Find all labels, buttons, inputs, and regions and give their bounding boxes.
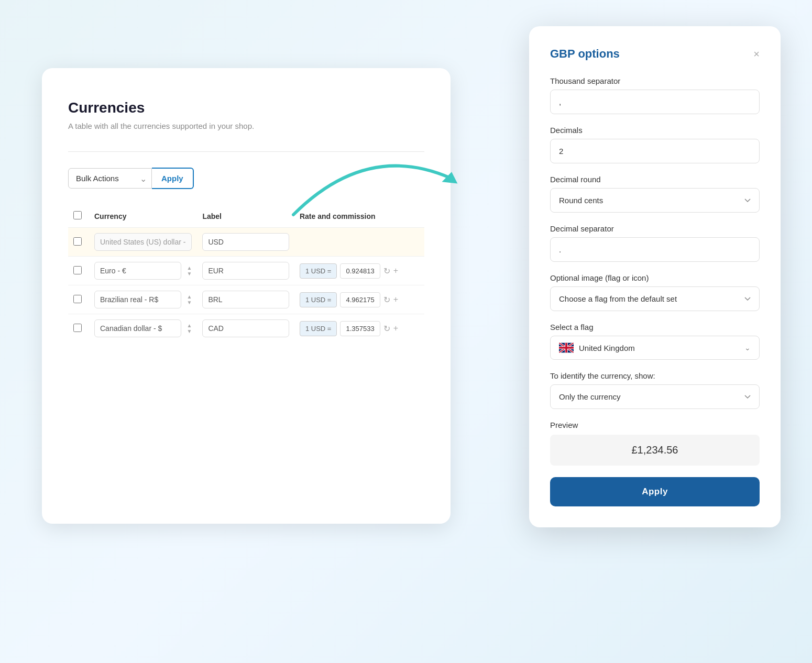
plus-icon[interactable]: +: [393, 324, 398, 333]
bulk-actions-select[interactable]: Bulk Actions: [68, 168, 152, 189]
identify-currency-select[interactable]: Only the currency: [550, 384, 760, 409]
row-checkbox[interactable]: [73, 324, 82, 332]
panel-title: Currencies: [68, 100, 424, 116]
row-currency-cell: [89, 228, 197, 257]
table-row: ▲▼ 1 USD = 0.924813 ↻ +: [68, 257, 424, 285]
row-currency-cell: ▲▼: [89, 285, 197, 314]
label-input[interactable]: [202, 319, 289, 337]
thousand-separator-label: Thousand separator: [550, 76, 760, 85]
preview-value: £1,234.56: [550, 435, 760, 466]
th-currency: Currency: [89, 205, 197, 228]
row-checkbox[interactable]: [73, 295, 82, 303]
identify-currency-label: To identify the currency, show:: [550, 371, 760, 380]
row-checkbox-cell: [68, 228, 89, 257]
row-action-cell: [403, 257, 424, 285]
decimals-input[interactable]: [550, 139, 760, 163]
modal-header: GBP options ×: [550, 47, 760, 61]
currencies-panel: Currencies A table with all the currenci…: [42, 68, 451, 524]
rate-badge: 1 USD =: [300, 321, 337, 336]
row-rate-cell: 1 USD = 0.924813 ↻ +: [294, 257, 403, 285]
currencies-table: Currency Label Rate and commission: [68, 205, 424, 342]
row-label-cell: [197, 228, 294, 257]
bulk-apply-button[interactable]: Apply: [152, 168, 194, 189]
modal-title: GBP options: [550, 47, 620, 61]
plus-icon[interactable]: +: [393, 295, 398, 304]
identify-currency-select-wrapper: Only the currency: [550, 384, 760, 409]
flag-country-name: United Kingdom: [579, 344, 635, 352]
row-label-cell: [197, 314, 294, 343]
th-label: Label: [197, 205, 294, 228]
preview-label: Preview: [550, 421, 760, 429]
decimal-separator-group: Decimal separator: [550, 224, 760, 262]
thousand-separator-group: Thousand separator: [550, 76, 760, 114]
currency-input[interactable]: [94, 319, 181, 337]
bulk-select-wrapper: Bulk Actions: [68, 168, 152, 189]
refresh-icon[interactable]: ↻: [383, 324, 390, 334]
rate-value: 0.924813: [340, 263, 380, 279]
plus-icon[interactable]: +: [393, 266, 398, 275]
decimal-separator-label: Decimal separator: [550, 224, 760, 233]
rate-badge: 1 USD =: [300, 292, 337, 307]
refresh-icon[interactable]: ↻: [383, 295, 390, 305]
label-input[interactable]: [202, 291, 289, 308]
decimal-round-select[interactable]: Round cents: [550, 188, 760, 213]
panel-subtitle: A table with all the currencies supporte…: [68, 121, 424, 130]
flag-select-dropdown[interactable]: United Kingdom ⌄: [550, 336, 760, 360]
row-label-cell: [197, 257, 294, 285]
optional-image-group: Optional image (flag or icon) Choose a f…: [550, 273, 760, 311]
optional-image-label: Optional image (flag or icon): [550, 273, 760, 282]
row-checkbox-cell: [68, 314, 89, 343]
bulk-actions-row: Bulk Actions Apply: [68, 168, 424, 189]
flag-label: United Kingdom: [559, 342, 635, 353]
preview-section: Preview £1,234.56: [550, 421, 760, 466]
panel-divider: [68, 151, 424, 152]
decimals-label: Decimals: [550, 126, 760, 135]
modal-apply-button[interactable]: Apply: [550, 477, 760, 506]
row-currency-cell: ▲▼: [89, 257, 197, 285]
row-action-cell: [403, 314, 424, 343]
gbp-options-modal: GBP options × Thousand separator Decimal…: [529, 26, 781, 527]
select-flag-group: Select a flag United Kingdom ⌄: [550, 323, 760, 360]
select-flag-label: Select a flag: [550, 323, 760, 332]
th-actions: [403, 205, 424, 228]
close-button[interactable]: ×: [753, 49, 760, 59]
row-action-cell: [403, 285, 424, 314]
decimal-separator-input[interactable]: [550, 237, 760, 262]
rate-badge: 1 USD =: [300, 263, 337, 279]
table-row: ▲▼ 1 USD = 4.962175 ↻ +: [68, 285, 424, 314]
row-rate-cell: [294, 228, 403, 257]
label-input[interactable]: [202, 233, 289, 251]
label-input[interactable]: [202, 262, 289, 280]
th-rate: Rate and commission: [294, 205, 403, 228]
decimal-round-group: Decimal round Round cents: [550, 175, 760, 213]
select-all-checkbox[interactable]: [73, 211, 82, 219]
table-row: ▲▼ 1 USD = 1.357533 ↻ +: [68, 314, 424, 343]
row-action-cell: [403, 228, 424, 257]
uk-flag-icon: [559, 342, 574, 353]
currency-input[interactable]: [94, 262, 181, 280]
sort-arrows-icon: ▲▼: [186, 265, 192, 277]
row-rate-cell: 1 USD = 4.962175 ↻ +: [294, 285, 403, 314]
rate-value: 4.962175: [340, 292, 380, 307]
row-checkbox-cell: [68, 257, 89, 285]
th-checkbox: [68, 205, 89, 228]
chevron-down-icon: ⌄: [744, 344, 751, 352]
row-rate-cell: 1 USD = 1.357533 ↻ +: [294, 314, 403, 343]
optional-image-select-wrapper: Choose a flag from the default set: [550, 286, 760, 311]
table-row: [68, 228, 424, 257]
row-checkbox[interactable]: [73, 266, 82, 274]
currency-input[interactable]: [94, 291, 181, 308]
identify-currency-group: To identify the currency, show: Only the…: [550, 371, 760, 409]
decimal-round-label: Decimal round: [550, 175, 760, 184]
thousand-separator-input[interactable]: [550, 90, 760, 114]
sort-arrows-icon: ▲▼: [186, 294, 192, 305]
row-checkbox[interactable]: [73, 237, 82, 246]
optional-image-select[interactable]: Choose a flag from the default set: [550, 286, 760, 311]
row-currency-cell: ▲▼: [89, 314, 197, 343]
row-label-cell: [197, 285, 294, 314]
refresh-icon[interactable]: ↻: [383, 266, 390, 276]
decimals-group: Decimals: [550, 126, 760, 163]
rate-value: 1.357533: [340, 321, 380, 336]
currency-input: [94, 233, 192, 251]
sort-arrows-icon: ▲▼: [186, 323, 192, 334]
